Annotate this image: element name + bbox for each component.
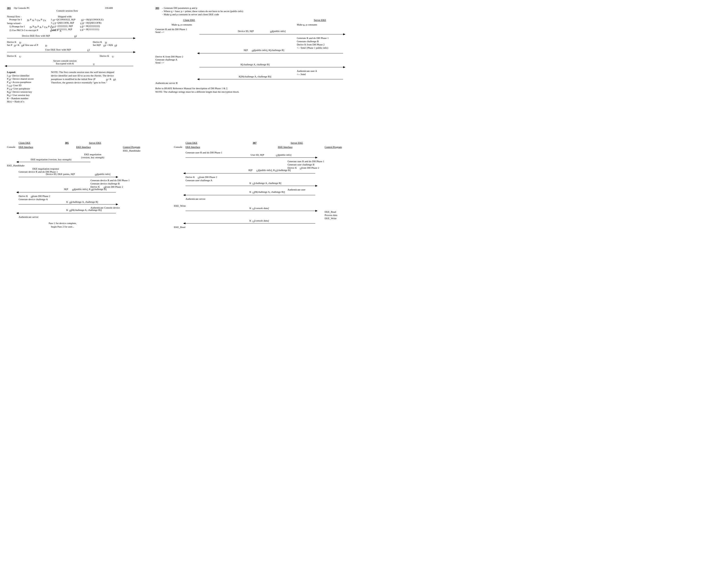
diagram-303-svg: 303 - Generate DH parameters g and p - W… xyxy=(153,5,355,128)
d301-legend-5b: = User passphrase xyxy=(11,87,30,90)
d305-derive-kd-clientb: from DH Phase 2 xyxy=(32,195,50,198)
d301-normal-iux: , I xyxy=(34,18,36,21)
d305-client-eke: Client EKE xyxy=(19,141,30,144)
d303-gen-chal-b: Generate challenge B xyxy=(297,40,319,43)
d305-console: Console xyxy=(7,146,15,148)
d301-setup1: 1) Prompt for I xyxy=(9,25,25,28)
d303-make-gp-server: Make g, p constants xyxy=(297,23,317,26)
d301-os400: OS/400 xyxy=(105,6,113,9)
diagram-307-svg: 307 Client EKE Server EKE Console EKE In… xyxy=(172,140,364,297)
d303-bullet1: - Generate DH parameters g and p xyxy=(162,6,197,9)
d307-arrow1-label: User ID, H(P xyxy=(251,153,264,156)
d305-a1-label2: )[public-info] xyxy=(96,173,110,176)
d305-begin-pass2: begin Pass 2 for user... xyxy=(51,225,74,228)
d305-line3-head xyxy=(116,204,118,205)
d307-derive-ku-dh2b: from DH Phase 2 xyxy=(301,166,319,169)
d301-shipped-u3: I xyxy=(51,21,52,24)
d301-set-hpd: Set H(P xyxy=(93,44,101,47)
d307-eke-write-srv: EKE_Write xyxy=(325,217,337,220)
d301-legend-4b: = User ID xyxy=(11,84,21,87)
d303-send: Send --> xyxy=(155,31,164,33)
d307-gen-user-chal-b: Generate user challenge B xyxy=(287,163,314,166)
d301-derive-ku-right: Derive K xyxy=(100,54,109,57)
d301-arrow1-label: Device EKE flow with H(P xyxy=(22,34,50,37)
d301-set-pd2: = K xyxy=(16,44,19,46)
page: 301 Op Console PC Console session flow O… xyxy=(5,5,359,297)
d303-line1-head xyxy=(343,33,345,35)
d303-gen-chal-a: Generate challenge A xyxy=(155,58,177,61)
d301-shipped-u2: I xyxy=(51,25,52,27)
d305-line1-head xyxy=(116,176,118,178)
d301-shipped-u2b: = 22222222, H(P xyxy=(55,25,73,28)
d305-derive-kd-dh2b: from DH Phase 2 xyxy=(105,185,123,188)
d301-sub-kd: D xyxy=(19,41,21,44)
d301-sub-ku-r: U xyxy=(112,55,114,58)
d301-arrow3-label1: Secure console session xyxy=(53,59,77,62)
d307-line5-head xyxy=(315,210,318,212)
d301-legend-7b: = User session key xyxy=(10,94,30,96)
d307-arrow3-label: K xyxy=(249,182,251,185)
d301-arrow2-head xyxy=(133,51,136,53)
d305-eke-neg-client: EKE negotiation (version, key strength) xyxy=(31,158,71,161)
d307-gen-user-r-srv: Generate user R and do DH Phase 1 xyxy=(287,160,324,163)
d301-setup2: 2) Use PKCS-5 to encrypt P xyxy=(9,29,38,32)
d301-arrow2-label: User EKE flow with H(P xyxy=(45,48,71,51)
diagram-301-svg: 301 Op Console PC Console session flow O… xyxy=(5,5,139,128)
d301-set-pd: Set P xyxy=(7,44,12,46)
d305-auth-server: Authenticate server xyxy=(19,216,38,218)
d303-auth-user-a: Authenticate user A xyxy=(297,70,317,72)
d305-eke-neg-srv1: EKE negotiation xyxy=(84,153,101,156)
d305-eke-iface-client: EKE Interface xyxy=(19,146,33,148)
d303-arrow4-label: K[H(challenge A, challenge B)] xyxy=(239,75,271,78)
d305-number: 305 xyxy=(65,141,69,144)
d307-a3-label2: [challenge A, challenge B] xyxy=(254,182,281,185)
d305-eke-handshake-left: EKE_Handshake xyxy=(7,164,25,167)
d305-derive-kd-client: Derive K xyxy=(19,195,28,198)
diagram-305: 305 Client EKE Server EKE Console EKE In… xyxy=(5,140,158,297)
d305-server-eke: Server EKE xyxy=(89,141,101,144)
d307-eke-iface-client: EKE Interface xyxy=(185,146,200,148)
d307-derive-ku-client: Derive K xyxy=(185,176,195,179)
d301-legend-8: R = Random number xyxy=(7,97,29,100)
d305-eke-neg-response: EKE negotiation response xyxy=(32,167,59,170)
d301-legend-7: K xyxy=(7,94,9,96)
d301-op-console: Op Console PC xyxy=(14,6,30,9)
diagram-305-svg: 305 Client EKE Server EKE Console EKE In… xyxy=(5,140,158,297)
diagram-301: 301 Op Console PC Console session flow O… xyxy=(5,5,139,128)
d305-a3-label2: [challenge A, challenge B] xyxy=(71,201,98,203)
d301-legend-6: K xyxy=(7,90,9,93)
d305-eke-neg-srv2: (version, key strength) xyxy=(81,156,104,159)
d303-client-eke: Client EKE xyxy=(183,19,195,21)
d301-legend-2b: = Device shared secret xyxy=(10,77,34,80)
d301-shipped-id: I xyxy=(51,18,52,21)
d301-legend-title: Legend: xyxy=(7,71,16,73)
d301-legend-5: P xyxy=(7,87,8,90)
d301-legend-6b: = Device session key xyxy=(10,90,32,93)
d301-arrow3-label2: Encrypted with K xyxy=(56,62,74,65)
d307-arrow4-label: K xyxy=(249,191,251,193)
d307-a2-label2: )[public-info], K xyxy=(258,169,275,172)
d303-server-eke: Server EKE xyxy=(314,19,326,21)
d303-line2-head xyxy=(197,52,199,54)
diagram-307: 307 Client EKE Server EKE Console EKE In… xyxy=(172,140,364,297)
d301-sub-ku: U xyxy=(19,55,21,58)
d301-arrow1-label2: ) xyxy=(76,34,77,37)
d307-a4-label2: [H(challenge A, challenge B)] xyxy=(254,191,285,194)
d307-gen-user-chal-a: Generate user challenge A xyxy=(185,179,212,182)
d307-number: 307 xyxy=(253,141,257,144)
d303-note2: NOTE: The challenge strings must be a di… xyxy=(155,90,239,93)
d301-normal-sub4: Ux xyxy=(43,19,46,22)
d307-ctrl-prog: Control Program xyxy=(325,146,342,148)
d303-arrow1-label: Device ID, H(P xyxy=(238,30,254,33)
d305-gen-device-r-srv: Generate device R and do DH Phase 1 xyxy=(90,179,130,182)
d307-line6-head xyxy=(183,223,185,224)
d301-setup1b: , P xyxy=(31,25,34,28)
d303-send2: Send --> xyxy=(155,61,164,64)
d301-shipped-id2: = QCONSOLE, H(P xyxy=(54,18,75,21)
d307-derive-ku-clientb: from DH Phase 2 xyxy=(199,176,217,179)
d307-eke-iface-server: EKE Interface xyxy=(278,146,292,148)
d301-console-flow: Console session flow xyxy=(56,9,78,12)
d307-arrow5-label: K xyxy=(249,207,251,210)
d307-line2-head xyxy=(183,172,185,174)
d301-normal-pa: , P xyxy=(29,18,32,21)
